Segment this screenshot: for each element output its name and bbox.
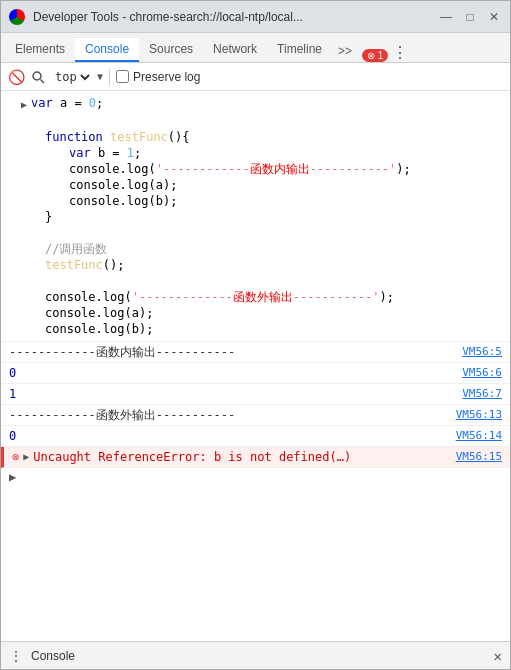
error-icon: ⊗ [12,448,19,466]
bottom-bar: ⋮ Console ✕ [1,641,510,669]
output-line-3: 1 VM56:7 [1,384,510,405]
tab-elements[interactable]: Elements [5,38,75,62]
code-blank-1 [21,113,510,129]
error-expand-icon[interactable]: ▶ [23,448,29,466]
preserve-log-label[interactable]: Preserve log [116,70,200,84]
source-link-3[interactable]: VM56:7 [462,385,502,403]
tab-sources[interactable]: Sources [139,38,203,62]
output-line-4: ------------函数外输出----------- VM56:13 [1,405,510,426]
minimize-button[interactable]: — [438,10,454,24]
prompt-cursor[interactable] [20,470,27,484]
bottom-close-button[interactable]: ✕ [494,648,502,664]
tab-network[interactable]: Network [203,38,267,62]
code-block: ▶ var a = 0; function testFunc(){ var b … [1,91,510,342]
window-title: Developer Tools - chrome-search://local-… [33,10,430,24]
code-line-6: console.log(b); [21,193,510,209]
clear-console-button[interactable]: 🚫 [7,68,25,86]
output-line-1: ------------函数内输出----------- VM56:5 [1,342,510,363]
source-link-2[interactable]: VM56:6 [462,364,502,382]
settings-dots-icon[interactable]: ⋮ [9,648,23,664]
code-line-8: //调用函数 [21,241,510,257]
settings-icon[interactable]: ⋮ [392,43,408,62]
source-link-error[interactable]: VM56:15 [456,448,502,466]
maximize-button[interactable]: □ [462,10,478,24]
error-badge: ⊗ 1 [362,49,388,62]
title-bar: Developer Tools - chrome-search://local-… [1,1,510,33]
code-blank-3 [21,273,510,289]
console-output[interactable]: ▶ var a = 0; function testFunc(){ var b … [1,91,510,641]
code-line-3: var b = 1; [21,145,510,161]
code-line-4: console.log('------------函数内输出----------… [21,161,510,177]
close-button[interactable]: ✕ [486,10,502,24]
source-link-5[interactable]: VM56:14 [456,427,502,445]
source-link-4[interactable]: VM56:13 [456,406,502,424]
svg-line-1 [41,79,45,83]
toolbar-divider [109,69,110,85]
console-toolbar: 🚫 top ▼ Preserve log [1,63,510,91]
window-controls: — □ ✕ [438,10,502,24]
source-link-1[interactable]: VM56:5 [462,343,502,361]
code-line-9: testFunc(); [21,257,510,273]
nav-tabs: Elements Console Sources Network Timelin… [1,33,510,63]
bottom-left-controls: ⋮ Console [9,648,75,664]
code-line-10: console.log('-------------函数外输出---------… [21,289,510,305]
tab-console[interactable]: Console [75,38,139,62]
tab-timeline[interactable]: Timeline [267,38,332,62]
context-arrow: ▼ [97,71,103,82]
code-line-1: ▶ var a = 0; [21,95,510,113]
code-line-11: console.log(a); [21,305,510,321]
output-line-5: 0 VM56:14 [1,426,510,447]
prompt-icon: ▶ [9,470,16,484]
context-selector[interactable]: top [51,69,93,85]
preserve-log-checkbox[interactable] [116,70,129,83]
code-line-2: function testFunc(){ [21,129,510,145]
svg-point-0 [33,72,41,80]
expand-icon[interactable]: ▶ [21,97,27,113]
code-blank-2 [21,225,510,241]
console-prompt: ▶ [1,468,510,486]
bottom-console-tab[interactable]: Console [31,649,75,663]
code-line-7: } [21,209,510,225]
code-line-5: console.log(a); [21,177,510,193]
chrome-icon [9,9,25,25]
tab-more[interactable]: >> [332,40,358,62]
filter-icon[interactable] [29,68,47,86]
code-line-12: console.log(b); [21,321,510,337]
output-line-error: ⊗ ▶ Uncaught ReferenceError: b is not de… [1,447,510,468]
output-line-2: 0 VM56:6 [1,363,510,384]
